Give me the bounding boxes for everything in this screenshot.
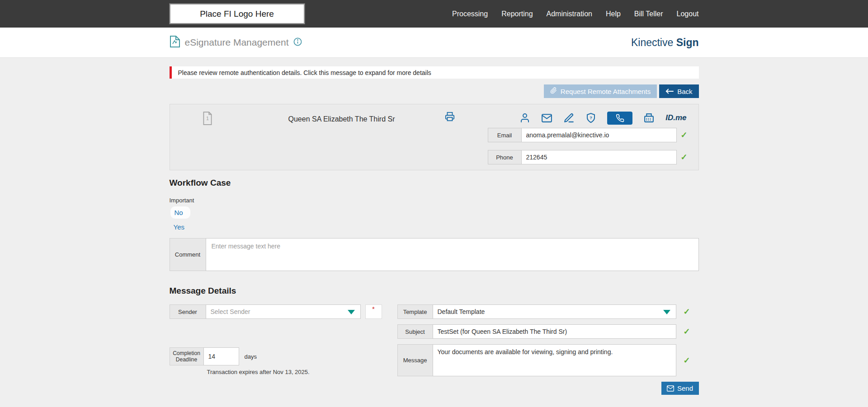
phone-label: Phone <box>488 150 522 164</box>
required-asterisk: * <box>372 307 375 311</box>
notification-text: Please review remote authentication deta… <box>178 69 431 76</box>
sender-row: Sender Select Sender <box>170 304 361 319</box>
printer-icon[interactable] <box>445 112 455 123</box>
recipient-panel: 1 Queen SA Elizabeth The Third Sr ? <box>170 104 699 170</box>
back-button-label: Back <box>677 88 692 95</box>
comment-textarea[interactable] <box>206 238 699 271</box>
message-details-block: Sender Select Sender * Template Default … <box>170 296 699 395</box>
fi-logo-text: Place FI Logo Here <box>200 9 274 19</box>
template-select[interactable]: Default Template <box>433 304 676 319</box>
brand-logo: Kinective Sign <box>631 37 699 49</box>
phone-input[interactable] <box>521 150 677 164</box>
nav-item-reporting[interactable]: Reporting <box>501 10 533 18</box>
chevron-down-icon <box>663 310 670 314</box>
esignature-document-icon <box>170 36 180 49</box>
nav-item-logout[interactable]: Logout <box>677 10 699 18</box>
nav-item-administration[interactable]: Administration <box>547 10 592 18</box>
fax-icon[interactable] <box>643 112 655 124</box>
top-bar: Place FI Logo Here Processing Reporting … <box>0 0 868 28</box>
message-valid-check-icon: ✓ <box>684 356 690 365</box>
signature-icon[interactable] <box>563 112 575 124</box>
completion-deadline-row: Completion Deadline days <box>170 347 257 365</box>
svg-text:1: 1 <box>206 116 209 121</box>
subject-row: Subject ✓ <box>397 324 690 339</box>
security-question-icon[interactable]: ? <box>585 112 596 123</box>
email-row: Email ✓ <box>488 128 688 142</box>
completion-deadline-input[interactable] <box>203 347 239 365</box>
important-option-yes[interactable]: Yes <box>174 223 187 231</box>
fi-logo-placeholder: Place FI Logo Here <box>170 4 305 24</box>
request-remote-attachments-label: Request Remote Attachments <box>561 88 651 95</box>
phone-sms-icon-selected[interactable] <box>607 112 632 125</box>
nav-item-processing[interactable]: Processing <box>452 10 488 18</box>
actions-row: Request Remote Attachments Back <box>170 84 699 98</box>
days-label: days <box>245 353 257 360</box>
template-label: Template <box>397 304 433 319</box>
phone-valid-check-icon: ✓ <box>681 150 688 164</box>
send-button[interactable]: Send <box>661 382 699 395</box>
subject-valid-check-icon: ✓ <box>684 327 690 337</box>
nav-item-help[interactable]: Help <box>606 10 621 18</box>
document-icon[interactable]: 1 <box>202 112 213 127</box>
idme-logo-light: me <box>675 113 687 122</box>
idme-logo-bold: ID. <box>665 113 675 122</box>
email-channel-icon[interactable] <box>541 112 552 124</box>
page-title: eSignature Management <box>185 37 289 48</box>
comment-row: Comment <box>170 238 699 271</box>
phone-row: Phone ✓ <box>488 150 688 164</box>
in-person-icon[interactable] <box>519 112 530 123</box>
important-option-no[interactable]: No <box>170 206 190 219</box>
sender-label: Sender <box>170 304 206 319</box>
sender-required-indicator: * <box>365 304 382 319</box>
back-arrow-icon <box>665 88 674 95</box>
nav-item-user-bill-teller[interactable]: Bill Teller <box>634 10 663 18</box>
email-label: Email <box>488 128 522 142</box>
template-row: Template Default Template ✓ <box>397 304 690 319</box>
transaction-expires-note: Transaction expires after Nov 13, 2025. <box>207 369 310 375</box>
message-label: Message <box>397 344 433 376</box>
template-select-value: Default Template <box>438 308 485 315</box>
message-row: Message Your documents are available for… <box>397 344 690 376</box>
workflow-case-heading: Workflow Case <box>170 178 699 188</box>
chevron-down-icon <box>348 310 355 314</box>
request-remote-attachments-button[interactable]: Request Remote Attachments <box>544 84 657 98</box>
sender-select-value: Select Sender <box>211 308 250 315</box>
delivery-channel-row: ? ID.me <box>519 111 686 125</box>
important-label: Important <box>170 197 699 204</box>
sender-select[interactable]: Select Sender <box>206 304 361 319</box>
send-button-label: Send <box>677 384 693 392</box>
comment-label: Comment <box>170 238 206 271</box>
completion-deadline-label: Completion Deadline <box>170 347 204 365</box>
send-envelope-icon <box>667 385 674 392</box>
message-textarea[interactable]: Your documents are available for viewing… <box>433 344 676 376</box>
idme-logo[interactable]: ID.me <box>665 113 686 122</box>
page-header: eSignature Management Kinective Sign <box>0 28 868 58</box>
template-valid-check-icon: ✓ <box>684 307 690 317</box>
subject-label: Subject <box>397 324 433 339</box>
recipient-name: Queen SA Elizabeth The Third Sr <box>288 115 395 123</box>
brand-regular: Kinective <box>631 37 673 48</box>
back-button[interactable]: Back <box>659 84 698 98</box>
email-valid-check-icon: ✓ <box>681 128 688 142</box>
subject-input[interactable] <box>433 324 676 339</box>
review-authentication-notification[interactable]: Please review remote authentication deta… <box>170 66 699 79</box>
svg-text:?: ? <box>590 116 592 120</box>
paperclip-icon <box>550 87 557 95</box>
email-input[interactable] <box>521 128 677 142</box>
message-details-heading: Message Details <box>170 286 699 296</box>
brand-bold: Sign <box>676 37 699 48</box>
info-icon[interactable] <box>293 37 302 48</box>
top-navigation: Processing Reporting Administration Help… <box>452 10 698 18</box>
